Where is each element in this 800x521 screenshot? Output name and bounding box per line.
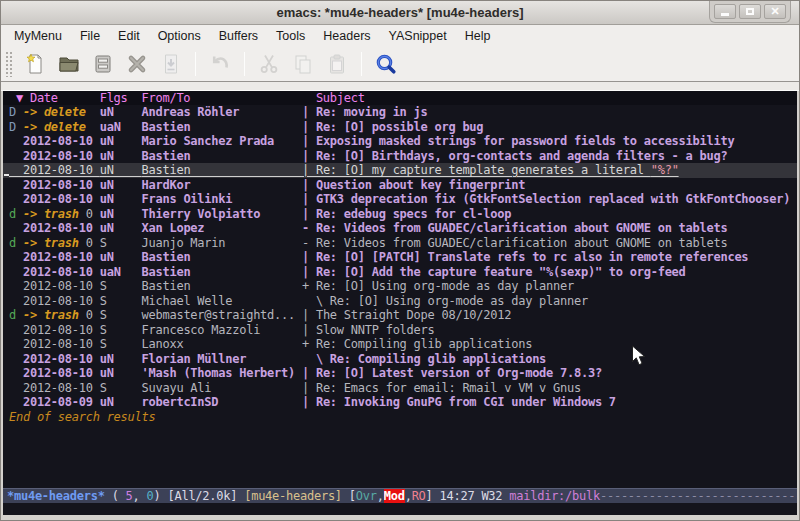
toolbar-separator xyxy=(195,52,196,76)
message-list: D -> delete uN Andreas Röhler | Re: movi… xyxy=(3,105,797,410)
maximize-icon xyxy=(746,8,754,15)
message-row[interactable]: 2012-08-10 S Suvayu Ali | Re: Emacs for … xyxy=(3,381,797,396)
undo-icon xyxy=(208,52,232,76)
message-row[interactable]: 2012-08-10 S Michael Welle \ Re: [O] Usi… xyxy=(3,294,797,309)
message-row[interactable]: 2012-08-10 uN Frans Oilinki | GTK3 depre… xyxy=(3,192,797,207)
new-file-icon xyxy=(23,52,47,76)
menu-item-tools[interactable]: Tools xyxy=(267,27,314,45)
toolbar-drag-handle[interactable] xyxy=(5,51,13,77)
menu-item-help[interactable]: Help xyxy=(456,27,500,45)
toolbar-new-file-button[interactable] xyxy=(19,49,51,79)
copy-icon xyxy=(291,52,315,76)
toolbar-divider xyxy=(1,81,799,91)
buffer-area: ▼ Date Flgs From/To Subject D -> delete … xyxy=(3,91,797,515)
mode-line[interactable]: *mu4e-headers* ( 5, 0) [All/2.0k] [mu4e-… xyxy=(3,488,797,503)
close-button[interactable]: ✕ xyxy=(764,4,786,19)
message-row[interactable]: 2012-08-10 uN Bastien | Re: [O] Birthday… xyxy=(3,149,797,164)
menu-item-yasnippet[interactable]: YASnippet xyxy=(380,27,456,45)
message-row[interactable]: 2012-08-10 S Bastien + Re: [O] Using org… xyxy=(3,279,797,294)
message-row[interactable]: 2012-08-10 uN Bastien | Re: [O] [PATCH] … xyxy=(3,250,797,265)
message-row[interactable]: d -> trash 0 uN Thierry Volpiatto | Re: … xyxy=(3,207,797,222)
message-row[interactable]: 2012-08-10 uN Xan Lopez - Re: Videos fro… xyxy=(3,221,797,236)
close-icon xyxy=(125,52,149,76)
menu-bar: MyMenuFileEditOptionsBuffersToolsHeaders… xyxy=(1,25,799,47)
end-of-results: End of search results xyxy=(3,410,797,425)
empty-buffer-space xyxy=(3,424,797,488)
toolbar-copy-button xyxy=(287,49,319,79)
menu-item-edit[interactable]: Edit xyxy=(109,27,149,45)
menu-item-headers[interactable]: Headers xyxy=(314,27,379,45)
save-as-icon xyxy=(159,52,183,76)
toolbar-search-button[interactable] xyxy=(370,49,402,79)
close-icon: ✕ xyxy=(770,6,779,17)
toolbar-separator xyxy=(244,52,245,76)
open-folder-icon xyxy=(57,52,81,76)
message-row[interactable]: 2012-08-10 uaN Bastien | Re: [O] Add the… xyxy=(3,265,797,280)
save-icon xyxy=(91,52,115,76)
minimize-icon xyxy=(721,13,729,16)
message-row[interactable]: 2012-08-10 uN HardKor | Question about k… xyxy=(3,178,797,193)
toolbar-close-button[interactable] xyxy=(121,49,153,79)
emacs-window: emacs: *mu4e-headers* [mu4e-headers] ✕ M… xyxy=(0,0,800,521)
toolbar-save-button[interactable] xyxy=(87,49,119,79)
message-row[interactable]: d -> trash 0 S Juanjo Marin - Re: Videos… xyxy=(3,236,797,251)
message-row[interactable]: 2012-08-10 uN Mario Sanchez Prada | Expo… xyxy=(3,134,797,149)
message-row[interactable]: D -> delete uaN Bastien | Re: [O] possib… xyxy=(3,120,797,135)
message-row[interactable]: D -> delete uN Andreas Röhler | Re: movi… xyxy=(3,105,797,120)
toolbar-undo-button xyxy=(204,49,236,79)
menu-item-options[interactable]: Options xyxy=(149,27,210,45)
paste-icon xyxy=(325,52,349,76)
header-line: ▼ Date Flgs From/To Subject xyxy=(3,91,797,105)
message-row[interactable]: d -> trash 0 S webmaster@straightd... | … xyxy=(3,308,797,323)
message-row[interactable]: 2012-08-10 uN Florian Müllner \ Re: Comp… xyxy=(3,352,797,367)
message-row[interactable]: 2012-08-10 uN 'Mash (Thomas Herbert) | R… xyxy=(3,366,797,381)
message-row[interactable]: 2012-08-10 uN Bastien | Re: [O] my captu… xyxy=(3,163,797,178)
toolbar-separator xyxy=(361,52,362,76)
menu-item-buffers[interactable]: Buffers xyxy=(210,27,267,45)
toolbar-cut-button xyxy=(253,49,285,79)
message-row[interactable]: 2012-08-09 uN robertcInSD | Re: Invoking… xyxy=(3,395,797,410)
maximize-button[interactable] xyxy=(739,4,761,19)
menu-item-file[interactable]: File xyxy=(71,27,109,45)
minimize-button[interactable] xyxy=(714,4,736,19)
toolbar-paste-button xyxy=(321,49,353,79)
title-bar[interactable]: emacs: *mu4e-headers* [mu4e-headers] ✕ xyxy=(1,1,799,25)
toolbar xyxy=(1,47,799,81)
toolbar-open-folder-button[interactable] xyxy=(53,49,85,79)
message-row[interactable]: 2012-08-10 S Lanoxx + Re: Compiling glib… xyxy=(3,337,797,352)
search-icon xyxy=(374,52,398,76)
window-buttons: ✕ xyxy=(709,1,791,23)
echo-area[interactable] xyxy=(3,503,797,515)
menu-item-mymenu[interactable]: MyMenu xyxy=(5,27,71,45)
message-row[interactable]: 2012-08-10 S Francesco Mazzoli | Slow NN… xyxy=(3,323,797,338)
window-title: emacs: *mu4e-headers* [mu4e-headers] xyxy=(276,5,523,20)
toolbar-save-as-button xyxy=(155,49,187,79)
cut-icon xyxy=(257,52,281,76)
